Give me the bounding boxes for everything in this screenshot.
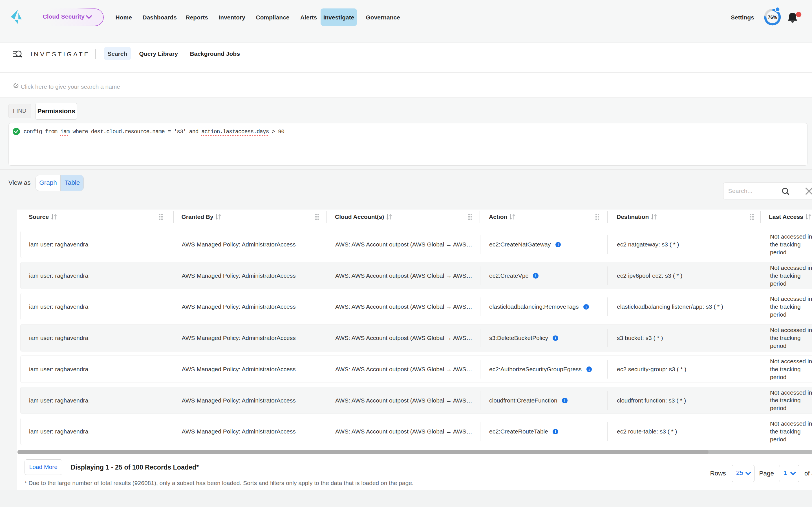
svg-text:76%: 76% — [768, 15, 777, 20]
